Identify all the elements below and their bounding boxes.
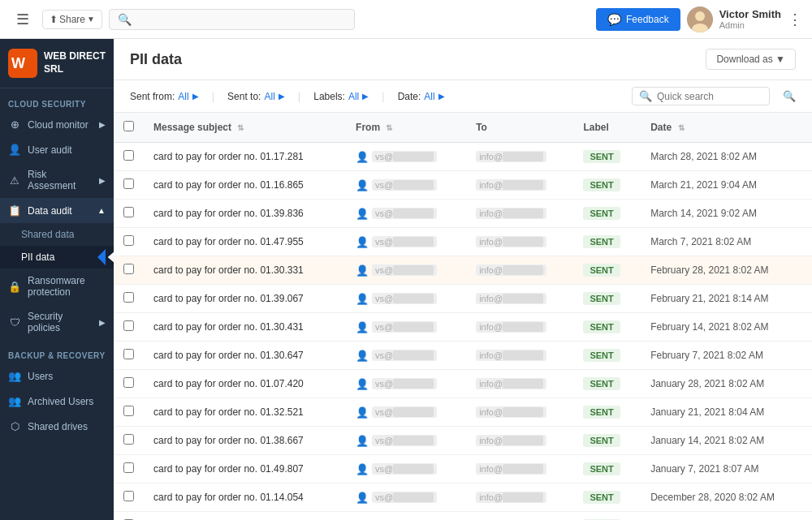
filter-labels[interactable]: Labels: All ▶ bbox=[313, 91, 369, 102]
chevron-right-icon: ▶ bbox=[99, 120, 106, 129]
user-info: Victor Smith Admin bbox=[719, 8, 781, 30]
row-checkbox-cell bbox=[114, 455, 144, 483]
data-audit-icon: 📋 bbox=[8, 204, 21, 217]
row-checkbox[interactable] bbox=[123, 491, 134, 501]
row-checkbox[interactable] bbox=[123, 235, 134, 246]
sidebar-subitem-pii-data[interactable]: PII data bbox=[0, 246, 114, 269]
from-masked: vs@ bbox=[372, 378, 437, 389]
table-row: card to pay for order no. 01.47.955 👤 vs… bbox=[114, 228, 812, 256]
sidebar-item-shared-drives[interactable]: ⬡ Shared drives bbox=[0, 414, 114, 439]
pii-data-label: PII data bbox=[21, 251, 54, 263]
table-header-row: Message subject ⇅ From ⇅ To Label bbox=[114, 113, 812, 143]
chevron-right-icon: ▶ bbox=[99, 176, 106, 185]
table-container: Message subject ⇅ From ⇅ To Label bbox=[114, 113, 812, 520]
row-checkbox-cell bbox=[114, 285, 144, 313]
row-subject: card to pay for order no. 01.07.420 bbox=[144, 370, 346, 398]
person-icon: 👤 bbox=[356, 179, 369, 191]
row-subject: card to pay for order no. 01.30.431 bbox=[144, 313, 346, 342]
sidebar-subitem-shared-data[interactable]: Shared data bbox=[0, 223, 114, 246]
sidebar-item-ransomware[interactable]: 🔒 Ransomware protection bbox=[0, 269, 114, 304]
row-checkbox[interactable] bbox=[123, 292, 134, 303]
archived-users-icon: 👥 bbox=[8, 395, 21, 407]
row-to: info@ bbox=[466, 171, 573, 200]
row-checkbox[interactable] bbox=[123, 178, 134, 189]
row-from: 👤 vs@ bbox=[346, 427, 466, 455]
row-date: February 21, 2021 8:14 AM bbox=[641, 285, 812, 313]
row-checkbox-cell bbox=[114, 370, 144, 398]
labels-value: All bbox=[348, 91, 359, 102]
svg-text:W: W bbox=[11, 55, 25, 71]
row-from: 👤 vs@ bbox=[346, 483, 466, 512]
to-masked: info@ bbox=[476, 236, 546, 247]
to-masked: info@ bbox=[476, 264, 546, 276]
row-to: info@ bbox=[466, 455, 573, 483]
row-label: SENT bbox=[573, 455, 641, 483]
row-label: SENT bbox=[573, 143, 641, 171]
person-icon: 👤 bbox=[356, 321, 369, 333]
label-badge: SENT bbox=[583, 207, 620, 220]
row-to: info@ bbox=[466, 370, 573, 398]
table-row: card to pay for order no. 01.39.836 👤 vs… bbox=[114, 200, 812, 228]
header-to[interactable]: To bbox=[466, 113, 573, 143]
row-label: SENT bbox=[573, 512, 641, 521]
table-row: card to pay for order no. 01.30.431 👤 vs… bbox=[114, 313, 812, 342]
row-subject: card to pay for order no. 01.47.955 bbox=[144, 228, 346, 256]
row-checkbox[interactable] bbox=[123, 377, 134, 388]
header-date[interactable]: Date ⇅ bbox=[641, 113, 812, 143]
row-checkbox-cell bbox=[114, 200, 144, 228]
row-checkbox[interactable] bbox=[123, 462, 134, 473]
sent-to-arrow-icon: ▶ bbox=[279, 92, 285, 101]
more-options-icon[interactable]: ⋮ bbox=[788, 11, 802, 28]
download-button[interactable]: Download as ▼ bbox=[706, 49, 796, 70]
filter-sent-to[interactable]: Sent to: All ▶ bbox=[227, 91, 285, 102]
filter-date[interactable]: Date: All ▶ bbox=[398, 91, 445, 102]
sidebar-item-security-policies[interactable]: 🛡 Security policies ▶ bbox=[0, 304, 114, 340]
quick-search-input[interactable] bbox=[657, 91, 762, 102]
sidebar-item-user-audit[interactable]: 👤 User audit bbox=[0, 137, 114, 162]
row-checkbox[interactable] bbox=[123, 406, 134, 416]
header-label[interactable]: Label bbox=[573, 113, 641, 143]
row-from: 👤 vs@ bbox=[346, 171, 466, 200]
share-button[interactable]: ⬆ Share ▼ bbox=[42, 10, 102, 29]
sidebar-item-cloud-monitor[interactable]: ⊕ Cloud monitor ▶ bbox=[0, 112, 114, 137]
selection-arrow-icon bbox=[97, 249, 114, 265]
search-icon-right[interactable]: 🔍 bbox=[783, 90, 796, 102]
row-checkbox[interactable] bbox=[123, 434, 134, 445]
row-subject: card to pay for order no. 01.32.521 bbox=[144, 398, 346, 427]
sidebar-item-risk-assessment[interactable]: ⚠ Risk Assesment ▶ bbox=[0, 162, 114, 198]
row-to: info@ bbox=[466, 200, 573, 228]
label-badge: SENT bbox=[583, 264, 620, 277]
row-checkbox[interactable] bbox=[123, 264, 134, 274]
row-checkbox-cell bbox=[114, 171, 144, 200]
feedback-button[interactable]: 💬 Feedback bbox=[596, 8, 680, 31]
row-label: SENT bbox=[573, 256, 641, 285]
filter-sent-from[interactable]: Sent from: All ▶ bbox=[130, 91, 199, 102]
row-checkbox-cell bbox=[114, 427, 144, 455]
table-row: card to pay for order no. 01.07.420 👤 vs… bbox=[114, 370, 812, 398]
from-masked: vs@ bbox=[372, 208, 437, 219]
row-label: SENT bbox=[573, 285, 641, 313]
header-message-subject[interactable]: Message subject ⇅ bbox=[144, 113, 346, 143]
sidebar-item-data-audit[interactable]: 📋 Data audit ▲ bbox=[0, 198, 114, 223]
header-from[interactable]: From ⇅ bbox=[346, 113, 466, 143]
row-checkbox[interactable] bbox=[123, 320, 134, 331]
row-checkbox[interactable] bbox=[123, 207, 134, 217]
from-masked: vs@ bbox=[372, 151, 437, 162]
sidebar-item-archived-users[interactable]: 👥 Archived Users bbox=[0, 389, 114, 414]
row-label: SENT bbox=[573, 342, 641, 370]
search-input[interactable] bbox=[132, 13, 346, 25]
user-area[interactable]: Victor Smith Admin bbox=[687, 6, 781, 32]
row-checkbox[interactable] bbox=[123, 150, 134, 161]
sidebar-item-users[interactable]: 👥 Users bbox=[0, 363, 114, 389]
row-to: info@ bbox=[466, 398, 573, 427]
row-date: January 14, 2021 8:02 AM bbox=[641, 427, 812, 455]
row-label: SENT bbox=[573, 370, 641, 398]
from-masked: vs@ bbox=[372, 236, 437, 247]
row-checkbox[interactable] bbox=[123, 349, 134, 359]
svg-marker-5 bbox=[97, 249, 106, 265]
table-row: card to pay for order no. 02.01.933 👤 vs… bbox=[114, 512, 812, 521]
row-checkbox-cell bbox=[114, 398, 144, 427]
menu-icon[interactable]: ☰ bbox=[10, 7, 36, 32]
select-all-checkbox[interactable] bbox=[123, 121, 134, 131]
cloud-monitor-icon: ⊕ bbox=[8, 118, 21, 131]
